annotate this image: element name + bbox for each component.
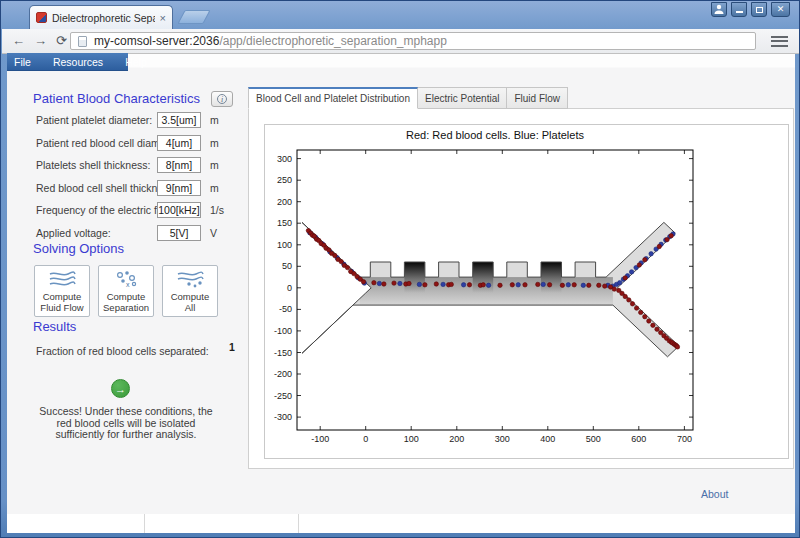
svg-text:300: 300 xyxy=(277,154,292,164)
tab-electric-potential[interactable]: Electric Potential xyxy=(418,87,507,109)
compute-fluid-flow-button[interactable]: Compute Fluid Flow xyxy=(34,265,90,317)
close-button[interactable]: ✕ xyxy=(771,2,790,17)
svg-text:-100: -100 xyxy=(274,326,292,336)
svg-text:300: 300 xyxy=(495,434,510,444)
svg-text:150: 150 xyxy=(277,218,292,228)
section-title-results: Results xyxy=(33,319,76,334)
minimize-button[interactable] xyxy=(731,2,747,17)
forward-button[interactable]: → xyxy=(34,32,47,50)
about-link[interactable]: About xyxy=(701,488,728,500)
browser-toolbar: ← → ⟳ my-comsol-server:2036/app/dielectr… xyxy=(2,29,800,54)
section-title-solving-options: Solving Options xyxy=(33,241,124,256)
svg-text:100: 100 xyxy=(404,434,419,444)
app-page: File Resources Help Patient Blood Charac… xyxy=(7,54,795,514)
svg-text:700: 700 xyxy=(677,434,692,444)
field-frequency: Frequency of the electric field: 1/s xyxy=(36,202,251,218)
fluid-flow-icon xyxy=(47,270,77,288)
separation-icon: x xyxy=(111,270,141,288)
success-line: sufficiently for further analysis. xyxy=(31,429,221,441)
svg-text:-200: -200 xyxy=(274,369,292,379)
comsol-favicon-icon xyxy=(36,12,47,23)
button-label: Separation xyxy=(103,302,149,313)
platelet-diameter-input[interactable] xyxy=(157,112,201,128)
result-value: 1 xyxy=(229,341,235,353)
compute-all-icon xyxy=(175,270,205,288)
button-label: Fluid Flow xyxy=(40,302,83,313)
svg-text:-150: -150 xyxy=(274,348,292,358)
tab-content: Red: Red blood cells. Blue: Platelets-10… xyxy=(248,108,794,469)
svg-text:500: 500 xyxy=(586,434,601,444)
menu-help[interactable]: Help xyxy=(125,56,147,68)
field-platelet-shell: Platelets shell thickness: m xyxy=(36,157,251,173)
tab-fluid-flow[interactable]: Fluid Flow xyxy=(507,87,568,109)
result-row: Fraction of red blood cells separated: 1 xyxy=(36,341,266,359)
app-menubar: File Resources Help xyxy=(7,53,128,71)
rbc-diameter-input[interactable] xyxy=(157,135,201,151)
svg-text:600: 600 xyxy=(631,434,646,444)
svg-text:0: 0 xyxy=(363,434,368,444)
svg-text:100: 100 xyxy=(277,240,292,250)
rbc-shell-input[interactable] xyxy=(157,180,201,196)
tab-close-icon[interactable]: × xyxy=(160,13,166,23)
field-label: Platelets shell thickness: xyxy=(36,159,150,171)
frequency-input[interactable] xyxy=(157,202,201,218)
svg-text:250: 250 xyxy=(277,175,292,185)
field-rbc-shell: Red blood cell shell thickness: m xyxy=(36,180,251,196)
svg-text:-300: -300 xyxy=(274,412,292,422)
platelet-shell-input[interactable] xyxy=(157,157,201,173)
menu-resources[interactable]: Resources xyxy=(53,56,103,68)
field-label: Red blood cell shell thickness: xyxy=(36,182,177,194)
reload-button[interactable]: ⟳ xyxy=(56,32,67,50)
button-label: All xyxy=(185,302,196,313)
back-button[interactable]: ← xyxy=(12,32,25,50)
graphics-panel[interactable]: Red: Red blood cells. Blue: Platelets-10… xyxy=(264,124,789,459)
arrow-right-icon: → xyxy=(115,383,126,395)
compute-separation-button[interactable]: x Compute Separation xyxy=(98,265,154,317)
voltage-input[interactable] xyxy=(157,225,201,241)
svg-text:Red: Red blood cells. Blue: Pl: Red: Red blood cells. Blue: Platelets xyxy=(406,129,584,141)
field-platelet-diameter: Patient platelet diameter: m xyxy=(36,112,251,128)
svg-text:-50: -50 xyxy=(279,304,292,314)
svg-text:-250: -250 xyxy=(274,391,292,401)
statusbar-divider xyxy=(144,514,145,533)
url-host: my-comsol-server:2036 xyxy=(94,34,219,48)
distribution-plot[interactable]: Red: Red blood cells. Blue: Platelets-10… xyxy=(265,125,788,458)
browser-tab[interactable]: Dielectrophoretic Separati × xyxy=(29,5,173,29)
button-label: Compute xyxy=(107,291,146,302)
button-label: Compute xyxy=(43,291,82,302)
minimize-icon xyxy=(736,11,743,13)
page-icon xyxy=(78,36,87,47)
svg-text:200: 200 xyxy=(277,197,292,207)
svg-text:200: 200 xyxy=(449,434,464,444)
field-unit: 1/s xyxy=(210,204,224,216)
maximize-button[interactable] xyxy=(751,2,767,17)
field-unit: V xyxy=(210,227,217,239)
success-arrow-indicator: → xyxy=(111,379,130,398)
statusbar-divider xyxy=(298,514,299,533)
svg-text:-100: -100 xyxy=(311,434,329,444)
menu-file[interactable]: File xyxy=(14,56,31,68)
address-bar[interactable]: my-comsol-server:2036/app/dielectrophore… xyxy=(70,32,756,50)
titlebar: Dielectrophoretic Separati × ✕ xyxy=(1,1,799,29)
result-label: Fraction of red blood cells separated: xyxy=(36,345,209,357)
info-button[interactable]: i xyxy=(211,91,233,107)
field-label: Frequency of the electric field: xyxy=(36,204,176,216)
svg-text:50: 50 xyxy=(282,261,292,271)
browser-window: Dielectrophoretic Separati × ✕ ← → ⟳ my-… xyxy=(0,0,800,538)
chrome-menu-icon[interactable] xyxy=(771,36,788,47)
close-icon: ✕ xyxy=(777,4,785,14)
field-unit: m xyxy=(210,159,219,171)
person-icon xyxy=(713,3,725,15)
profile-button[interactable] xyxy=(711,2,727,17)
url-path: /app/dielectrophoretic_separation_mphapp xyxy=(219,34,447,48)
success-line: Success! Under these conditions, the xyxy=(31,406,221,418)
compute-all-button[interactable]: Compute All xyxy=(162,265,218,317)
field-label: Applied voltage: xyxy=(36,227,111,239)
field-unit: m xyxy=(210,137,219,149)
field-unit: m xyxy=(210,182,219,194)
tab-title: Dielectrophoretic Separati xyxy=(52,12,155,24)
statusbar xyxy=(7,514,795,533)
new-tab-button[interactable] xyxy=(177,10,210,24)
tab-blood-cell-distribution[interactable]: Blood Cell and Platelet Distribution xyxy=(248,87,418,109)
info-icon: i xyxy=(217,94,227,104)
